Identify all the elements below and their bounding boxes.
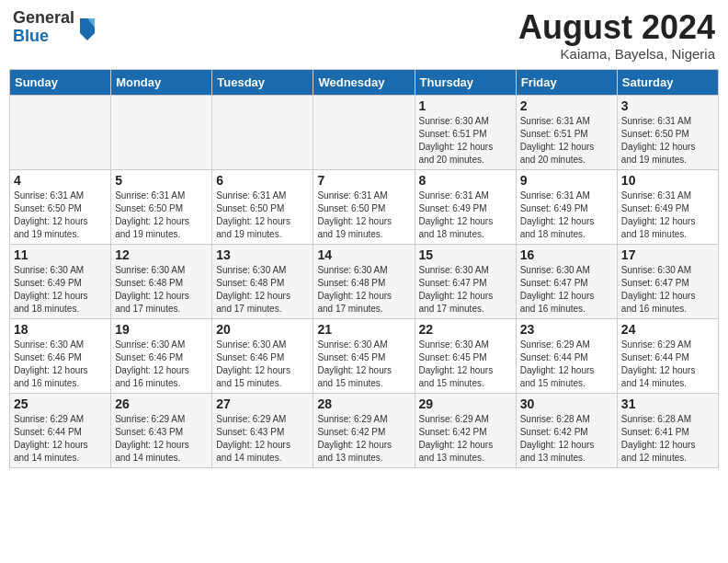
calendar-cell: 7Sunrise: 6:31 AM Sunset: 6:50 PM Daylig… — [313, 169, 415, 244]
day-detail: Sunrise: 6:31 AM Sunset: 6:50 PM Dayligh… — [115, 190, 208, 241]
calendar-cell: 19Sunrise: 6:30 AM Sunset: 6:46 PM Dayli… — [111, 318, 212, 393]
day-detail: Sunrise: 6:30 AM Sunset: 6:48 PM Dayligh… — [216, 264, 309, 316]
day-detail: Sunrise: 6:29 AM Sunset: 6:43 PM Dayligh… — [216, 413, 309, 465]
calendar-cell — [313, 95, 415, 169]
calendar-cell: 6Sunrise: 6:31 AM Sunset: 6:50 PM Daylig… — [212, 169, 313, 244]
day-detail: Sunrise: 6:28 AM Sunset: 6:42 PM Dayligh… — [520, 413, 613, 465]
calendar-cell: 4Sunrise: 6:31 AM Sunset: 6:50 PM Daylig… — [10, 169, 111, 244]
day-number: 3 — [621, 98, 714, 113]
day-detail: Sunrise: 6:31 AM Sunset: 6:49 PM Dayligh… — [520, 190, 613, 241]
calendar-cell: 3Sunrise: 6:31 AM Sunset: 6:50 PM Daylig… — [617, 95, 718, 169]
day-detail: Sunrise: 6:30 AM Sunset: 6:46 PM Dayligh… — [216, 339, 309, 390]
day-detail: Sunrise: 6:30 AM Sunset: 6:45 PM Dayligh… — [419, 339, 512, 390]
logo-blue: Blue — [13, 28, 74, 46]
calendar-cell: 15Sunrise: 6:30 AM Sunset: 6:47 PM Dayli… — [415, 244, 516, 318]
day-detail: Sunrise: 6:29 AM Sunset: 6:44 PM Dayligh… — [520, 339, 613, 390]
calendar-week-row: 25Sunrise: 6:29 AM Sunset: 6:44 PM Dayli… — [10, 393, 719, 467]
day-number: 9 — [520, 173, 613, 188]
day-detail: Sunrise: 6:31 AM Sunset: 6:49 PM Dayligh… — [419, 190, 512, 241]
calendar-cell: 8Sunrise: 6:31 AM Sunset: 6:49 PM Daylig… — [415, 169, 516, 244]
day-number: 30 — [520, 396, 613, 411]
calendar-week-row: 18Sunrise: 6:30 AM Sunset: 6:46 PM Dayli… — [10, 318, 719, 393]
logo-general: General — [13, 9, 74, 28]
day-number: 23 — [520, 322, 613, 337]
calendar-cell — [111, 95, 212, 169]
day-number: 24 — [621, 322, 714, 337]
calendar-cell: 20Sunrise: 6:30 AM Sunset: 6:46 PM Dayli… — [212, 318, 313, 393]
day-detail: Sunrise: 6:30 AM Sunset: 6:45 PM Dayligh… — [317, 339, 410, 390]
day-number: 6 — [216, 173, 309, 188]
calendar-cell: 9Sunrise: 6:31 AM Sunset: 6:49 PM Daylig… — [516, 169, 617, 244]
day-detail: Sunrise: 6:30 AM Sunset: 6:47 PM Dayligh… — [621, 264, 714, 316]
day-number: 17 — [621, 247, 714, 262]
day-detail: Sunrise: 6:30 AM Sunset: 6:46 PM Dayligh… — [14, 339, 107, 390]
calendar-cell — [212, 95, 313, 169]
calendar-location: Kaiama, Bayelsa, Nigeria — [518, 46, 715, 62]
calendar-header-row: SundayMondayTuesdayWednesdayThursdayFrid… — [10, 69, 719, 95]
logo: General Blue — [13, 9, 98, 46]
day-number: 21 — [317, 322, 410, 337]
day-detail: Sunrise: 6:31 AM Sunset: 6:50 PM Dayligh… — [216, 190, 309, 241]
day-number: 13 — [216, 247, 309, 262]
title-block: August 2024 Kaiama, Bayelsa, Nigeria — [518, 9, 715, 62]
calendar-cell: 17Sunrise: 6:30 AM Sunset: 6:47 PM Dayli… — [617, 244, 718, 318]
day-number: 18 — [14, 322, 107, 337]
day-number: 16 — [520, 247, 613, 262]
calendar-cell: 28Sunrise: 6:29 AM Sunset: 6:42 PM Dayli… — [313, 393, 415, 467]
day-number: 10 — [621, 173, 714, 188]
calendar-cell: 2Sunrise: 6:31 AM Sunset: 6:51 PM Daylig… — [516, 95, 617, 169]
calendar-cell: 22Sunrise: 6:30 AM Sunset: 6:45 PM Dayli… — [415, 318, 516, 393]
day-header-wednesday: Wednesday — [313, 69, 415, 95]
day-header-monday: Monday — [111, 69, 212, 95]
calendar-cell: 24Sunrise: 6:29 AM Sunset: 6:44 PM Dayli… — [617, 318, 718, 393]
calendar-cell: 16Sunrise: 6:30 AM Sunset: 6:47 PM Dayli… — [516, 244, 617, 318]
day-number: 31 — [621, 396, 714, 411]
day-detail: Sunrise: 6:30 AM Sunset: 6:49 PM Dayligh… — [14, 264, 107, 316]
day-detail: Sunrise: 6:29 AM Sunset: 6:44 PM Dayligh… — [621, 339, 714, 390]
calendar-cell: 21Sunrise: 6:30 AM Sunset: 6:45 PM Dayli… — [313, 318, 415, 393]
calendar-cell: 12Sunrise: 6:30 AM Sunset: 6:48 PM Dayli… — [111, 244, 212, 318]
calendar-cell: 25Sunrise: 6:29 AM Sunset: 6:44 PM Dayli… — [10, 393, 111, 467]
day-detail: Sunrise: 6:29 AM Sunset: 6:42 PM Dayligh… — [317, 413, 410, 465]
day-number: 8 — [419, 173, 512, 188]
logo-text: General Blue — [13, 9, 74, 46]
calendar-cell: 11Sunrise: 6:30 AM Sunset: 6:49 PM Dayli… — [10, 244, 111, 318]
calendar-cell: 23Sunrise: 6:29 AM Sunset: 6:44 PM Dayli… — [516, 318, 617, 393]
day-number: 26 — [115, 396, 208, 411]
day-number: 7 — [317, 173, 410, 188]
calendar-cell: 18Sunrise: 6:30 AM Sunset: 6:46 PM Dayli… — [10, 318, 111, 393]
day-number: 25 — [14, 396, 107, 411]
calendar-week-row: 4Sunrise: 6:31 AM Sunset: 6:50 PM Daylig… — [10, 169, 719, 244]
day-header-saturday: Saturday — [617, 69, 718, 95]
day-detail: Sunrise: 6:30 AM Sunset: 6:47 PM Dayligh… — [419, 264, 512, 316]
day-detail: Sunrise: 6:30 AM Sunset: 6:47 PM Dayligh… — [520, 264, 613, 316]
calendar-cell: 1Sunrise: 6:30 AM Sunset: 6:51 PM Daylig… — [415, 95, 516, 169]
day-detail: Sunrise: 6:29 AM Sunset: 6:42 PM Dayligh… — [419, 413, 512, 465]
calendar-cell: 13Sunrise: 6:30 AM Sunset: 6:48 PM Dayli… — [212, 244, 313, 318]
day-header-tuesday: Tuesday — [212, 69, 313, 95]
calendar-cell: 31Sunrise: 6:28 AM Sunset: 6:41 PM Dayli… — [617, 393, 718, 467]
day-header-sunday: Sunday — [10, 69, 111, 95]
day-detail: Sunrise: 6:31 AM Sunset: 6:50 PM Dayligh… — [621, 115, 714, 167]
logo-icon — [76, 15, 98, 40]
day-number: 12 — [115, 247, 208, 262]
day-detail: Sunrise: 6:31 AM Sunset: 6:50 PM Dayligh… — [14, 190, 107, 241]
calendar-cell: 14Sunrise: 6:30 AM Sunset: 6:48 PM Dayli… — [313, 244, 415, 318]
page-header: General Blue August 2024 Kaiama, Bayelsa… — [9, 9, 719, 62]
day-header-thursday: Thursday — [415, 69, 516, 95]
day-header-friday: Friday — [516, 69, 617, 95]
calendar-table: SundayMondayTuesdayWednesdayThursdayFrid… — [9, 69, 719, 468]
calendar-week-row: 11Sunrise: 6:30 AM Sunset: 6:49 PM Dayli… — [10, 244, 719, 318]
day-number: 22 — [419, 322, 512, 337]
calendar-cell: 5Sunrise: 6:31 AM Sunset: 6:50 PM Daylig… — [111, 169, 212, 244]
day-number: 29 — [419, 396, 512, 411]
calendar-cell: 30Sunrise: 6:28 AM Sunset: 6:42 PM Dayli… — [516, 393, 617, 467]
calendar-cell — [10, 95, 111, 169]
day-detail: Sunrise: 6:31 AM Sunset: 6:50 PM Dayligh… — [317, 190, 410, 241]
day-detail: Sunrise: 6:30 AM Sunset: 6:48 PM Dayligh… — [317, 264, 410, 316]
calendar-title: August 2024 — [518, 9, 715, 46]
day-number: 5 — [115, 173, 208, 188]
day-number: 19 — [115, 322, 208, 337]
day-number: 14 — [317, 247, 410, 262]
day-number: 27 — [216, 396, 309, 411]
